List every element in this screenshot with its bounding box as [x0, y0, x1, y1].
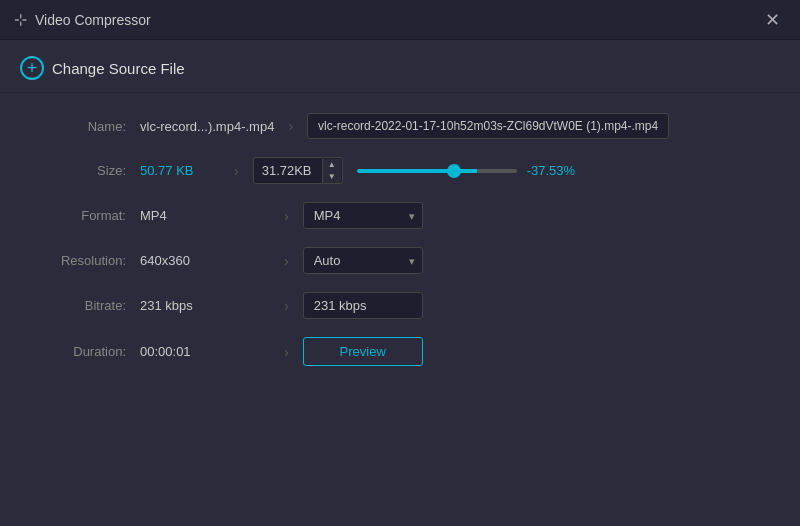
title-bar: ⊹ Video Compressor ✕ [0, 0, 800, 40]
resolution-arrow-icon: › [284, 253, 289, 269]
name-output-box: vlc-record-2022-01-17-10h52m03s-ZCl69dVt… [307, 113, 669, 139]
size-label: Size: [40, 163, 140, 178]
size-row: Size: 50.77 KB › ▲ ▼ -37.53% [40, 157, 760, 184]
size-input[interactable] [254, 158, 322, 183]
bitrate-label: Bitrate: [40, 298, 140, 313]
bitrate-row: Bitrate: 231 kbps › [40, 292, 760, 319]
format-label: Format: [40, 208, 140, 223]
app-title: Video Compressor [35, 12, 151, 28]
format-source-value: MP4 [140, 208, 270, 223]
size-arrow-icon: › [234, 163, 239, 179]
duration-source-value: 00:00:01 [140, 344, 270, 359]
resolution-select[interactable]: Auto 1920x1080 1280x720 640x360 [303, 247, 423, 274]
size-slider[interactable] [357, 169, 517, 173]
close-button[interactable]: ✕ [759, 9, 786, 31]
name-label: Name: [40, 119, 140, 134]
slider-wrap: -37.53% [357, 163, 582, 178]
bitrate-arrow-icon: › [284, 298, 289, 314]
bitrate-source-value: 231 kbps [140, 298, 270, 313]
resolution-label: Resolution: [40, 253, 140, 268]
name-arrow-icon: › [288, 118, 293, 134]
name-source-value: vlc-record...).mp4-.mp4 [140, 119, 274, 134]
resolution-select-wrap: Auto 1920x1080 1280x720 640x360 ▾ [303, 247, 423, 274]
duration-label: Duration: [40, 344, 140, 359]
format-select-wrap: MP4 AVI MOV MKV ▾ [303, 202, 423, 229]
title-bar-left: ⊹ Video Compressor [14, 10, 151, 29]
size-input-wrap: ▲ ▼ [253, 157, 343, 184]
size-up-button[interactable]: ▲ [323, 159, 341, 171]
format-select[interactable]: MP4 AVI MOV MKV [303, 202, 423, 229]
percent-label: -37.53% [527, 163, 582, 178]
size-down-button[interactable]: ▼ [323, 171, 341, 183]
toolbar: + Change Source File [0, 40, 800, 93]
plus-circle-icon: + [20, 56, 44, 80]
duration-arrow-icon: › [284, 344, 289, 360]
main-content: Name: vlc-record...).mp4-.mp4 › vlc-reco… [0, 93, 800, 404]
name-row: Name: vlc-record...).mp4-.mp4 › vlc-reco… [40, 113, 760, 139]
move-icon: ⊹ [14, 10, 27, 29]
format-row: Format: MP4 › MP4 AVI MOV MKV ▾ [40, 202, 760, 229]
duration-row: Duration: 00:00:01 › Preview [40, 337, 760, 366]
size-spinner: ▲ ▼ [322, 159, 341, 183]
bitrate-input[interactable] [303, 292, 423, 319]
resolution-source-value: 640x360 [140, 253, 270, 268]
preview-button[interactable]: Preview [303, 337, 423, 366]
change-source-label: Change Source File [52, 60, 185, 77]
resolution-row: Resolution: 640x360 › Auto 1920x1080 128… [40, 247, 760, 274]
change-source-button[interactable]: + Change Source File [20, 56, 185, 80]
format-arrow-icon: › [284, 208, 289, 224]
size-source-value: 50.77 KB [140, 163, 220, 178]
